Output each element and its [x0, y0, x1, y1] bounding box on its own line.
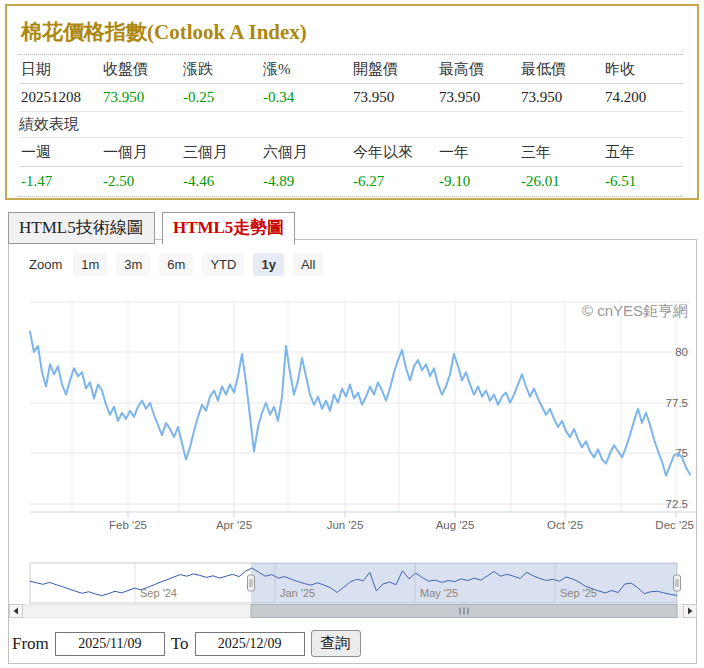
quote-header-cell: 開盤價 — [351, 60, 437, 79]
chart-text: Aug '25 — [436, 519, 475, 531]
zoom-button-ytd[interactable]: YTD — [202, 253, 244, 276]
to-date-input[interactable] — [195, 632, 305, 656]
performance-value-cell: -26.01 — [519, 173, 603, 190]
chart-text: Apr '25 — [216, 519, 252, 531]
scrollbar[interactable] — [10, 605, 697, 618]
zoom-button-1m[interactable]: 1m — [73, 253, 107, 276]
from-label: From — [12, 634, 49, 654]
quote-change: -0.25 — [181, 89, 261, 106]
chart-text: Sep '24 — [140, 587, 177, 599]
from-date-input[interactable] — [55, 632, 165, 656]
performance-header-cell: 六個月 — [261, 143, 351, 162]
chart-tabs: HTML5技術線圖 HTML5走勢圖 — [8, 212, 704, 240]
performance-value-row: -1.47-2.50-4.46-4.89-6.27-9.10-26.01-6.5… — [19, 167, 683, 197]
performance-title: 績效表現 — [19, 112, 683, 138]
quote-high: 73.950 — [437, 89, 519, 106]
performance-header-cell: 一週 — [19, 143, 101, 162]
zoom-button-all[interactable]: All — [293, 253, 323, 276]
zoom-toolbar: Zoom 1m 3m 6m YTD 1y All — [29, 253, 323, 276]
chart-text: Sep '25 — [560, 587, 597, 599]
quote-header-cell: 日期 — [19, 60, 101, 79]
scrollbar-right-button[interactable] — [684, 605, 697, 618]
performance-header-cell: 一個月 — [101, 143, 181, 162]
scrollbar-left-button[interactable] — [10, 605, 23, 618]
navigator-right-handle[interactable] — [674, 575, 681, 591]
chart-text: 80 — [675, 346, 688, 358]
quote-change-percent: -0.34 — [261, 89, 351, 106]
zoom-button-1y[interactable]: 1y — [253, 253, 283, 276]
chart-text: Feb '25 — [109, 519, 147, 531]
quote-header-row: 日期收盤價漲跌漲%開盤價最高價最低價昨收 — [19, 55, 683, 84]
performance-value-cell: -1.47 — [19, 173, 101, 190]
chart-text: © cnYES鉅亨網 — [582, 302, 688, 319]
chart-text: 77.5 — [666, 397, 688, 409]
performance-header-cell: 三年 — [519, 143, 603, 162]
quote-header-cell: 最高價 — [437, 60, 519, 79]
performance-value-cell: -9.10 — [437, 173, 519, 190]
quote-header-cell: 收盤價 — [101, 60, 181, 79]
quote-open: 73.950 — [351, 89, 437, 106]
quote-header-cell: 漲跌 — [181, 60, 261, 79]
quote-header-cell: 漲% — [261, 60, 351, 79]
stock-chart[interactable]: 8077.57572.5Feb '25Apr '25Jun '25Aug '25… — [9, 240, 697, 622]
performance-value-cell: -6.27 — [351, 173, 437, 190]
chart-text: Jan '25 — [280, 587, 315, 599]
to-label: To — [171, 634, 189, 654]
tab-html5-trend-chart[interactable]: HTML5走勢圖 — [162, 212, 295, 245]
quote-header-cell: 昨收 — [603, 60, 683, 79]
performance-value-cell: -4.89 — [261, 173, 351, 190]
query-button[interactable]: 查詢 — [311, 630, 361, 657]
watermark: © cnYES鉅亨網 — [582, 302, 688, 319]
performance-header-cell: 今年以來 — [351, 143, 437, 162]
quote-low: 73.950 — [519, 89, 603, 106]
chart-text: 72.5 — [666, 498, 688, 510]
performance-value-cell: -6.51 — [603, 173, 683, 190]
page-title: 棉花價格指數(Cotlook A Index) — [19, 14, 683, 55]
performance-value-cell: -4.46 — [181, 173, 261, 190]
chart-text: May '25 — [420, 587, 458, 599]
price-line-series — [30, 332, 690, 476]
performance-header-row: 一週一個月三個月六個月今年以來一年三年五年 — [19, 138, 683, 167]
chart-gridlines: 8077.57572.5 — [30, 302, 690, 512]
quote-box: 棉花價格指數(Cotlook A Index) 日期收盤價漲跌漲%開盤價最高價最… — [5, 4, 699, 200]
quote-data-row: 20251208 73.950 -0.25 -0.34 73.950 73.95… — [19, 84, 683, 112]
performance-header-cell: 三個月 — [181, 143, 261, 162]
quote-prev-close: 74.200 — [603, 89, 683, 106]
quote-close: 73.950 — [101, 89, 181, 106]
quote-date: 20251208 — [19, 89, 101, 106]
chart-text: Oct '25 — [547, 519, 583, 531]
chart-panel: Zoom 1m 3m 6m YTD 1y All 8077.57572.5Feb… — [8, 239, 697, 664]
navigator-left-handle[interactable] — [248, 575, 255, 591]
chart-text: Dec '25 — [655, 519, 694, 531]
chart-text: Jun '25 — [327, 519, 364, 531]
performance-value-cell: -2.50 — [101, 173, 181, 190]
date-query-bar: From To 查詢 — [12, 630, 361, 657]
zoom-button-3m[interactable]: 3m — [116, 253, 150, 276]
x-axis: Feb '25Apr '25Jun '25Aug '25Oct '25Dec '… — [30, 512, 697, 531]
zoom-button-6m[interactable]: 6m — [159, 253, 193, 276]
tab-html5-technical-chart[interactable]: HTML5技術線圖 — [8, 212, 155, 244]
zoom-label: Zoom — [29, 257, 62, 272]
quote-header-cell: 最低價 — [519, 60, 603, 79]
performance-header-cell: 一年 — [437, 143, 519, 162]
performance-header-cell: 五年 — [603, 143, 683, 162]
navigator[interactable]: Sep '24Jan '25May '25Sep '25 — [30, 563, 681, 603]
